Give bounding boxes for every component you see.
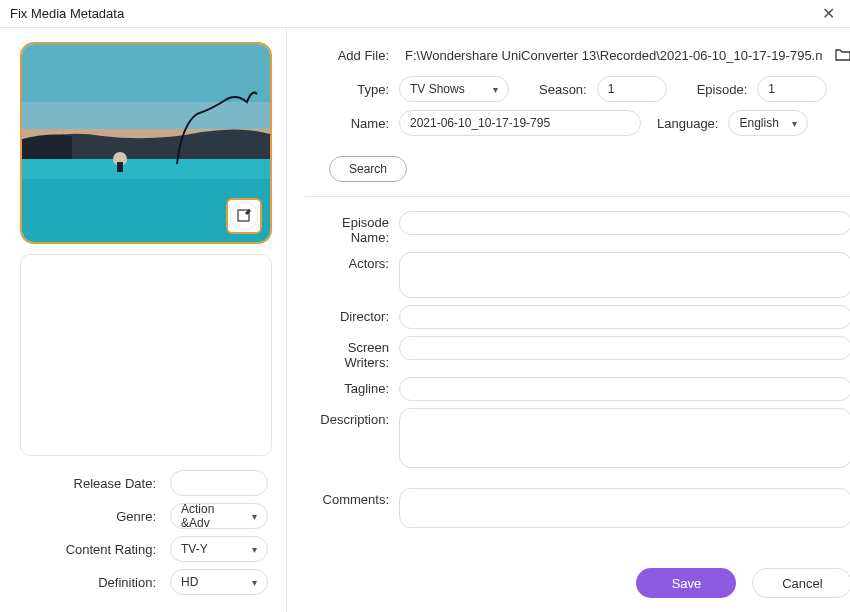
chevron-down-icon: ▾ (252, 511, 257, 522)
content-rating-value: TV-Y (181, 542, 208, 556)
language-value: English (739, 116, 778, 130)
definition-value: HD (181, 575, 198, 589)
chevron-down-icon: ▾ (252, 544, 257, 555)
chevron-down-icon: ▾ (493, 84, 498, 95)
episode-name-label: Episode Name: (305, 211, 399, 245)
cover-art-main[interactable] (20, 42, 272, 244)
description-input[interactable] (399, 408, 850, 468)
tagline-label: Tagline: (305, 377, 399, 396)
edit-artwork-button[interactable] (226, 198, 262, 234)
content-rating-select[interactable]: TV-Y ▾ (170, 536, 268, 562)
definition-label: Definition: (20, 575, 170, 590)
episode-label: Episode: (667, 82, 758, 97)
window-title: Fix Media Metadata (10, 6, 124, 21)
screen-writers-input[interactable] (399, 336, 850, 360)
episode-input[interactable] (757, 76, 827, 102)
definition-select[interactable]: HD ▾ (170, 569, 268, 595)
season-input[interactable] (597, 76, 667, 102)
type-value: TV Shows (410, 82, 465, 96)
name-input[interactable] (399, 110, 641, 136)
actors-label: Actors: (305, 252, 399, 271)
type-select[interactable]: TV Shows ▾ (399, 76, 509, 102)
type-label: Type: (305, 82, 399, 97)
season-label: Season: (509, 82, 597, 97)
folder-icon[interactable] (834, 46, 850, 64)
close-icon[interactable]: ✕ (817, 4, 840, 23)
add-file-label: Add File: (305, 48, 399, 63)
description-label: Description: (305, 408, 399, 427)
chevron-down-icon: ▾ (792, 118, 797, 129)
name-label: Name: (305, 116, 399, 131)
genre-label: Genre: (20, 509, 170, 524)
chevron-down-icon: ▾ (252, 577, 257, 588)
screen-writers-label: Screen Writers: (305, 336, 399, 370)
release-date-input[interactable] (170, 470, 268, 496)
file-path-field[interactable]: F:\Wondershare UniConverter 13\Recorded\… (399, 42, 828, 68)
divider (305, 196, 850, 197)
genre-value: Action &Adv (181, 502, 246, 530)
director-label: Director: (305, 305, 399, 324)
director-input[interactable] (399, 305, 850, 329)
edit-icon (237, 209, 252, 224)
genre-select[interactable]: Action &Adv ▾ (170, 503, 268, 529)
comments-label: Comments: (305, 488, 399, 507)
svg-rect-6 (117, 162, 123, 172)
cancel-button[interactable]: Cancel (752, 568, 850, 598)
comments-input[interactable] (399, 488, 850, 528)
search-button[interactable]: Search (329, 156, 407, 182)
episode-name-input[interactable] (399, 211, 850, 235)
language-label: Language: (641, 116, 728, 131)
release-date-label: Release Date: (20, 476, 170, 491)
actors-input[interactable] (399, 252, 850, 298)
tagline-input[interactable] (399, 377, 850, 401)
svg-rect-4 (22, 159, 270, 179)
language-select[interactable]: English ▾ (728, 110, 808, 136)
save-button[interactable]: Save (636, 568, 736, 598)
cover-art-placeholder[interactable] (20, 254, 272, 456)
content-rating-label: Content Rating: (20, 542, 170, 557)
